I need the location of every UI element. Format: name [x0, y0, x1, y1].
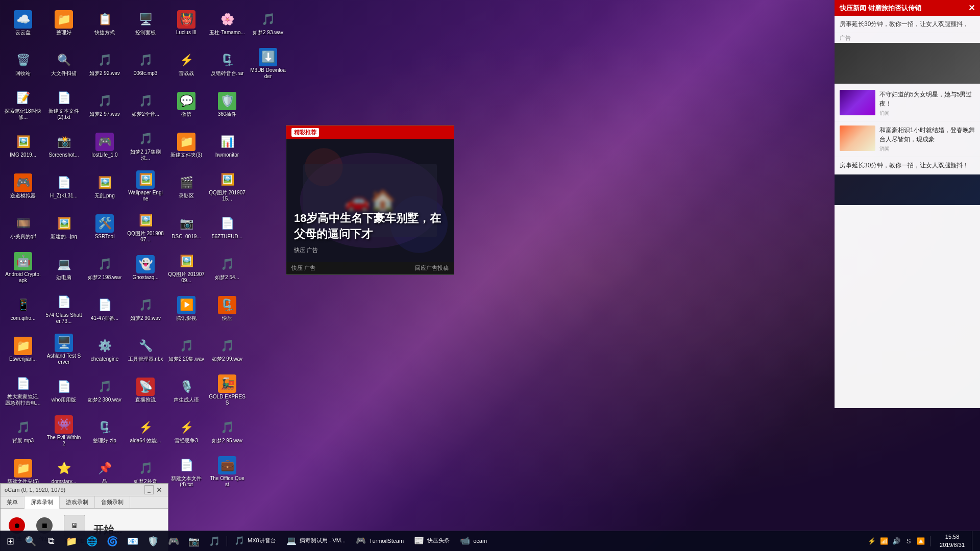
taskbar-app-turmoil[interactable]: 🎮TurmoilSteam — [351, 531, 409, 552]
desktop-icon-aida64[interactable]: ⚡ aida64 效能... — [125, 411, 166, 452]
news-item-1[interactable]: 不守妇道的5为女明星，她与5男过夜！ 消闻 — [835, 86, 980, 121]
desktop-icon-bgmusic[interactable]: 🎵 背景.mp3 — [3, 411, 43, 452]
desktop-icon-rmeng2[interactable]: 🎵 如梦2 92.wav — [84, 43, 125, 84]
desktop-icon-img2019[interactable]: 🖼️ IMG 2019... — [3, 125, 43, 166]
desktop-icon-luciusiii[interactable]: 👹 Lucius III — [166, 3, 207, 43]
taskbar-search-icon[interactable]: 🔍 — [20, 531, 41, 552]
desktop-icon-yunpan[interactable]: ☁️ 云云盘 — [3, 3, 43, 43]
desktop-icon-rmeng97[interactable]: 🎵 如梦2 97.wav — [84, 84, 125, 125]
show-desktop-button[interactable] — [972, 531, 976, 552]
desktop-icon-fancuoyintai[interactable]: 🗜️ 反错砖音台.rar — [207, 43, 248, 84]
taskbar-pinned-edge[interactable]: 🌀 — [102, 531, 122, 552]
taskbar-pinned-music2[interactable]: 🎵 — [204, 531, 225, 552]
ocam-tab-screen[interactable]: 屏幕录制 — [24, 496, 60, 509]
desktop-icon-jiaoshi[interactable]: 📄 教大家家笔记.愿急别打击电脑记BI... — [3, 370, 43, 411]
desktop-icon-theevil[interactable]: 👾 The Evil Within 2 — [43, 411, 84, 452]
desktop-icon-qqtupian2[interactable]: 🖼️ QQ图片 20190709... — [166, 247, 207, 288]
desktop-icon-rmeng19[interactable]: 🎵 如梦2 198.wav — [84, 247, 125, 288]
ocam-minimize-button[interactable]: _ — [144, 485, 154, 494]
desktop-icon-rmeng93[interactable]: 🎵 如梦2 93.wav — [248, 3, 288, 43]
desktop-icon-zhengli[interactable]: 🗜️ 整理好.zip — [84, 411, 125, 452]
desktop-icon-rmeng95[interactable]: 🎵 如梦2 95.wav — [207, 411, 248, 452]
taskbar-pinned-mail[interactable]: 📧 — [122, 531, 143, 552]
start-button[interactable]: ⊞ — [0, 531, 20, 552]
desktop-icon-leizhanzhan[interactable]: ⚡ 雷战战 — [166, 43, 207, 84]
taskbar-pinned-photos[interactable]: 📷 — [184, 531, 204, 552]
desktop-icon-rmeng20[interactable]: 🎵 如梦2 20集.wav — [166, 329, 207, 370]
desktop-icon-shengchengrenyu[interactable]: 🎙️ 声生成人语 — [166, 370, 207, 411]
desktop-icon-ghostazq[interactable]: 👻 Ghostazq... — [125, 247, 166, 288]
ocam-close-button[interactable]: ✕ — [155, 485, 164, 494]
news-item-3[interactable]: 房事延长30分钟，教你一招，让女人双腿颤抖！ — [835, 157, 980, 174]
desktop-icon-yuzhu[interactable]: 🌸 玉柱-Tamamo... — [207, 3, 248, 43]
desktop-icon-rmeng99[interactable]: 🎵 如梦2 99.wav — [207, 329, 248, 370]
tray-icon-4[interactable]: ⚡ — [867, 531, 877, 552]
ocam-tab-game[interactable]: 游戏录制 — [60, 496, 95, 508]
desktop-icon-hwmonitor[interactable]: 📊 hwmonitor — [207, 125, 248, 166]
desktop-icon-android[interactable]: 🤖 Android Crypto.apk — [3, 247, 43, 288]
desktop-icon-xiaomei[interactable]: 🎞️ 小美真的gif — [3, 207, 43, 247]
taskbar-app-ocam[interactable]: 📹ocam — [455, 531, 492, 552]
desktop-icon-nimoxi[interactable]: 🎮 逆道模拟器 — [3, 166, 43, 207]
desktop-icon-wechat[interactable]: 💬 微信 — [166, 84, 207, 125]
desktop-icon-ashland[interactable]: 🖥️ Ashland Test Server — [43, 329, 84, 370]
desktop-icon-zhibo[interactable]: 📡 直播推流 — [125, 370, 166, 411]
desktop-icon-rmeng54[interactable]: 🎵 如梦2 54... — [207, 247, 248, 288]
taskbar-app-mx-music[interactable]: 🎵MX8讲音台 — [229, 531, 281, 552]
ocam-tab-menu[interactable]: 菜单 — [1, 496, 24, 508]
desktop-icon-dsc0019[interactable]: 📷 DSC_0019... — [166, 207, 207, 247]
desktop-icon-goldexpress[interactable]: 🚂 GOLD EXPRESS — [207, 370, 248, 411]
desktop-icon-qqtupian3[interactable]: 🖼️ QQ图片 20190715... — [207, 166, 248, 207]
taskbar-pinned-store[interactable]: 🎮 — [163, 531, 184, 552]
desktop-icon-cheatengine[interactable]: ⚙️ cheatengine — [84, 329, 125, 370]
desktop-icon-006mp3[interactable]: 🎵 006fc.mp3 — [125, 43, 166, 84]
desktop-icon-kuaiya[interactable]: 🗜️ 快压 — [207, 288, 248, 329]
desktop-icon-qqtupian[interactable]: 🖼️ QQ图片 20190807... — [125, 207, 166, 247]
desktop-icon-tanzhenlu[interactable]: 📝 探索笔记18叫快修... — [3, 84, 43, 125]
desktop-icon-luyingzhi[interactable]: 🎬 录影区 — [166, 166, 207, 207]
desktop-icon-leijinsi[interactable]: ⚡ 雷经思争3 — [166, 411, 207, 452]
desktop-icon-biandian[interactable]: 💻 边电脑 — [43, 247, 84, 288]
tray-icon-0[interactable]: 🔼 — [916, 531, 926, 552]
tray-icon-1[interactable]: S — [903, 531, 914, 552]
desktop-icon-wbuyong[interactable]: 📄 who用用版 — [43, 370, 84, 411]
desktop-icon-theoffice[interactable]: 💼 The Office Quest — [207, 452, 248, 492]
desktop-icon-rmengzhenyin[interactable]: 🎵 如梦2全音... — [125, 84, 166, 125]
desktop-icon-xinwenben4[interactable]: 📄 新建文本文件(4).txt — [166, 452, 207, 492]
desktop-icon-554glass[interactable]: 📄 574 Glass Shatter.73... — [43, 288, 84, 329]
desktop-icon-56ztueud[interactable]: 📄 56ZTUEUD... — [207, 207, 248, 247]
taskbar-pinned-file-explorer[interactable]: 📁 — [61, 531, 82, 552]
taskbar-pinned-chrome[interactable]: 🌐 — [82, 531, 102, 552]
desktop-icon-qiho[interactable]: 📱 com.qiho... — [3, 288, 43, 329]
desktop-icon-kuaisujiejue[interactable]: 📋 快捷方式 — [84, 3, 125, 43]
desktop-icon-360chajian[interactable]: 🛡️ 360插件 — [207, 84, 248, 125]
desktop-icon-tengxunyingshi[interactable]: ▶️ 腾讯影视 — [166, 288, 207, 329]
news-panel-close-button[interactable]: ✕ — [968, 3, 975, 13]
taskbar-app-virus-test[interactable]: 💻病毒测试用 - VM... — [281, 531, 351, 552]
news-item-2[interactable]: 和富豪相识1小时就结婚，登春晚舞台人尽皆知，现成豪 消闻 — [835, 121, 980, 157]
desktop-icon-rmeng38[interactable]: 🎵 如梦2 380.wav — [84, 370, 125, 411]
desktop-icon-xinwenjian3[interactable]: 📁 新建文件夹(3) — [166, 125, 207, 166]
desktop-icon-wallpaperengine[interactable]: 🖼️ Wallpaper Engine — [125, 166, 166, 207]
desktop-icon-rmeng90[interactable]: 🎵 如梦2 90.wav — [125, 288, 166, 329]
desktop-icon-hzikl31[interactable]: 📄 H_Z(KL31... — [43, 166, 84, 207]
desktop-icon-eswenjian[interactable]: 📁 Eswenjian... — [3, 329, 43, 370]
tray-icon-3[interactable]: 📶 — [879, 531, 889, 552]
taskbar-app-kuaiya-news[interactable]: 📰快压头条 — [409, 531, 455, 552]
desktop-icon-xinwenben2[interactable]: 📄 新建文本文件(2).txt — [43, 84, 84, 125]
desktop-icon-dawenjian[interactable]: 🔍 大文件扫描 — [43, 43, 84, 84]
ocam-tab-audio[interactable]: 音频录制 — [95, 496, 130, 508]
tray-icon-2[interactable]: 🔊 — [891, 531, 901, 552]
taskbar-taskview-icon[interactable]: ⧉ — [41, 531, 61, 552]
desktop-icon-m3ub[interactable]: ⬇️ M3UB Downloader — [248, 43, 288, 84]
desktop-icon-recycle[interactable]: 🗑️ 回收站 — [3, 43, 43, 84]
desktop-icon-lostlife[interactable]: 🎮 lostLife_1.0 — [84, 125, 125, 166]
desktop-icon-xindianzijpg[interactable]: 🖼️ 新建的...jpg — [43, 207, 84, 247]
desktop-icon-wulan[interactable]: 🖼️ 无乱.png — [84, 166, 125, 207]
desktop-icon-zhikongmianban[interactable]: 🖥️ 控制面板 — [125, 3, 166, 43]
desktop-icon-gongju[interactable]: 🔧 工具管理器.nbx — [125, 329, 166, 370]
taskbar-clock[interactable]: 15:58 2019/8/31 — [935, 531, 970, 552]
desktop-icon-zhenglijie[interactable]: 📁 整理好 — [43, 3, 84, 43]
desktop-icon-screenshot[interactable]: 📸 Screenshot... — [43, 125, 84, 166]
taskbar-pinned-security[interactable]: 🛡️ — [143, 531, 163, 552]
